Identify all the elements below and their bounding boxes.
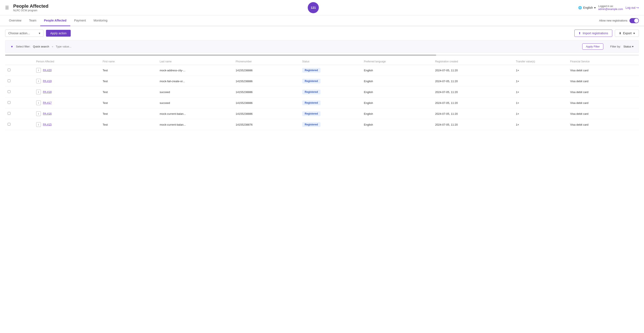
cell-first-name-4: Test — [100, 108, 157, 119]
user-email[interactable]: admin@example.com — [598, 8, 623, 11]
info-button-1[interactable]: i — [36, 79, 41, 84]
col-last-name: Last name — [157, 58, 233, 65]
app-title: People Affected NLRC OCW program — [13, 4, 48, 12]
cell-phone-3: 14155238886 — [233, 98, 300, 108]
globe-icon: 🌐 — [578, 6, 582, 9]
pa-link-4[interactable]: PA #16 — [43, 112, 52, 115]
logo-area: 121 — [48, 2, 578, 13]
apply-action-button[interactable]: Apply action — [46, 30, 71, 36]
table-row: i PA #20 Test mock-address-city-... 1415… — [5, 65, 639, 76]
table-row: i PA #17 Test succeed 14155238886 Regist… — [5, 98, 639, 108]
cell-select-3[interactable] — [5, 98, 34, 108]
nav-item-payment[interactable]: Payment — [70, 15, 90, 26]
info-button-0[interactable]: i — [36, 68, 41, 72]
filter-bar: ▼ Select filter: Quick search ▾ Apply Fi… — [5, 40, 639, 53]
cell-select-5[interactable] — [5, 119, 34, 130]
nav-item-team[interactable]: Team — [25, 15, 40, 26]
action-select[interactable]: Choose action... ▾ — [5, 30, 44, 37]
cell-last-name-5: mock-current-balan... — [157, 119, 233, 130]
select-filter-label: Select filter: — [16, 45, 30, 48]
col-status: Status — [300, 58, 362, 65]
row-checkbox-0[interactable] — [8, 68, 10, 71]
people-affected-table: Person Affected First name Last name Pho… — [5, 58, 639, 130]
cell-pa-id-3: i PA #17 — [34, 98, 100, 108]
nav-item-monitoring[interactable]: Monitoring — [90, 15, 111, 26]
pa-link-5[interactable]: PA #15 — [43, 123, 52, 126]
upload-icon: ⬆ — [578, 32, 581, 35]
table-body: i PA #20 Test mock-address-city-... 1415… — [5, 65, 639, 130]
info-button-4[interactable]: i — [36, 111, 41, 116]
col-language: Preferred language — [362, 58, 433, 65]
col-person-affected: Person Affected — [34, 58, 100, 65]
cell-transfer-5: 1× — [514, 119, 568, 130]
cell-select-4[interactable] — [5, 108, 34, 119]
col-financial-service: Financial Service — [568, 58, 639, 65]
status-filter-selector[interactable]: Status ▾ — [623, 45, 634, 48]
cell-select-0[interactable] — [5, 65, 34, 76]
hamburger-icon[interactable]: ☰ — [5, 5, 9, 10]
chevron-down-icon: ▾ — [633, 32, 635, 35]
cell-reg-created-0: 2024-07-05, 11:20 — [432, 65, 513, 76]
import-label: Import registrations — [583, 32, 608, 35]
quick-search-label[interactable]: Quick search — [33, 45, 49, 48]
cell-pa-id-4: i PA #16 — [34, 108, 100, 119]
cell-select-1[interactable] — [5, 76, 34, 87]
pa-link-0[interactable]: PA #20 — [43, 68, 52, 72]
row-checkbox-4[interactable] — [8, 112, 10, 115]
cell-status-0: Registered — [300, 65, 362, 76]
cell-first-name-1: Test — [100, 76, 157, 87]
filter-by-label: Filter by: — [610, 45, 621, 48]
import-registrations-button[interactable]: ⬆ Import registrations — [574, 30, 612, 37]
apply-filter-button[interactable]: Apply Filter — [582, 44, 603, 50]
allow-registrations-toggle[interactable] — [630, 18, 639, 23]
nav-item-overview[interactable]: Overview — [5, 15, 25, 26]
language-selector[interactable]: 🌐 English ▾ — [578, 6, 596, 9]
nav-item-people-affected[interactable]: People Affected — [40, 15, 70, 26]
navigation: Overview Team People Affected Payment Mo… — [0, 15, 644, 26]
chevron-down-icon: ▾ — [39, 32, 40, 35]
pa-link-1[interactable]: PA #19 — [43, 80, 52, 82]
nav-right: Allow new registrations — [599, 18, 639, 23]
pa-link-2[interactable]: PA #18 — [43, 90, 52, 94]
cell-reg-created-4: 2024-07-05, 11:20 — [432, 108, 513, 119]
cell-first-name-2: Test — [100, 87, 157, 98]
pa-link-3[interactable]: PA #17 — [43, 101, 52, 104]
cell-pa-id-5: i PA #15 — [34, 119, 100, 130]
header: ☰ People Affected NLRC OCW program 121 🌐… — [0, 0, 644, 15]
horizontal-scrollbar[interactable] — [5, 54, 639, 56]
cell-status-2: Registered — [300, 87, 362, 98]
logout-button[interactable]: Log out ↪ — [626, 6, 639, 9]
cell-status-5: Registered — [300, 119, 362, 130]
info-button-5[interactable]: i — [36, 122, 41, 127]
cell-pa-id-0: i PA #20 — [34, 65, 100, 76]
info-button-3[interactable]: i — [36, 100, 41, 105]
language-label: English — [583, 6, 593, 9]
col-first-name: First name — [100, 58, 157, 65]
cell-language-0: English — [362, 65, 433, 76]
cell-language-5: English — [362, 119, 433, 130]
cell-language-3: English — [362, 98, 433, 108]
export-icon: ⬇ — [619, 32, 622, 35]
toolbar: Choose action... ▾ Apply action ⬆ Import… — [0, 26, 644, 40]
table-row: i PA #18 Test succeed 14155238886 Regist… — [5, 87, 639, 98]
row-checkbox-3[interactable] — [8, 101, 10, 104]
cell-select-2[interactable] — [5, 87, 34, 98]
col-phone: Phonenumber — [233, 58, 300, 65]
info-button-2[interactable]: i — [36, 90, 41, 94]
col-transfer-values: Transfer value(s) — [514, 58, 568, 65]
cell-language-4: English — [362, 108, 433, 119]
action-placeholder: Choose action... — [8, 32, 30, 35]
type-value-input[interactable] — [56, 45, 580, 48]
cell-financial-5: Visa debit card — [568, 119, 639, 130]
cell-pa-id-1: i PA #19 — [34, 76, 100, 87]
export-button[interactable]: ⬇ Export ▾ — [615, 30, 639, 37]
cell-financial-1: Visa debit card — [568, 76, 639, 87]
export-label: Export — [623, 32, 632, 35]
cell-transfer-1: 1× — [514, 76, 568, 87]
table-row: i PA #15 Test mock-current-balan... 1415… — [5, 119, 639, 130]
scrollbar-thumb — [5, 54, 436, 56]
row-checkbox-2[interactable] — [8, 90, 10, 93]
row-checkbox-5[interactable] — [8, 123, 10, 126]
status-badge-3: Registered — [302, 100, 320, 105]
row-checkbox-1[interactable] — [8, 80, 10, 82]
